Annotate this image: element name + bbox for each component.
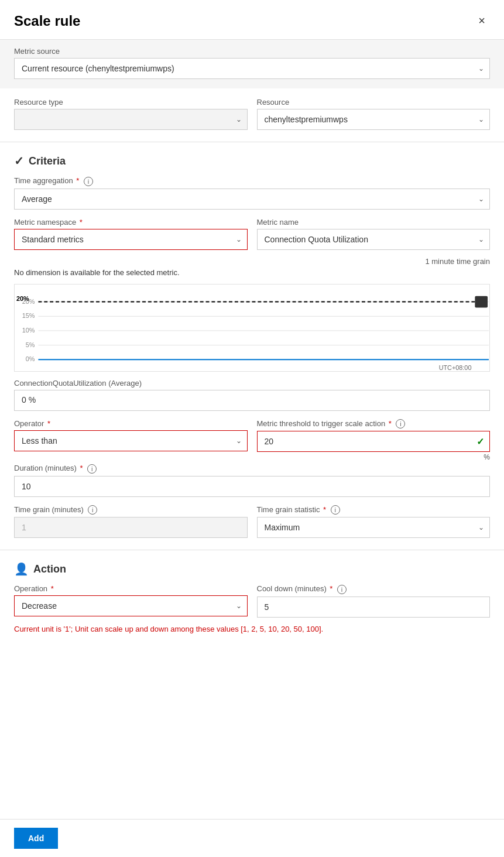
- metric-value-group: ConnectionQuotaUtilization (Average) 0 %: [14, 379, 490, 411]
- duration-input[interactable]: [14, 476, 490, 497]
- resource-type-label: Resource type: [14, 98, 248, 107]
- time-grain-note: 1 minute time grain: [14, 257, 490, 266]
- svg-text:15%: 15%: [22, 312, 35, 319]
- svg-rect-13: [475, 296, 488, 307]
- cool-down-info-icon[interactable]: i: [337, 585, 347, 594]
- resource-label: Resource: [257, 98, 491, 107]
- time-grain-row: Time grain (minutes) i Time grain statis…: [14, 505, 490, 539]
- metric-namespace-required: *: [80, 218, 83, 227]
- time-aggregation-info-icon[interactable]: i: [84, 177, 93, 186]
- duration-group: Duration (minutes) * i: [14, 464, 490, 497]
- time-aggregation-select[interactable]: Average: [14, 188, 490, 210]
- add-button[interactable]: Add: [14, 828, 58, 849]
- action-icon: 👤: [14, 562, 29, 576]
- action-title: Action: [33, 563, 66, 575]
- svg-text:5%: 5%: [26, 341, 35, 348]
- resource-group: Resource chenyltestpremiumwps ⌄: [257, 98, 491, 130]
- time-grain-minutes-group: Time grain (minutes) i: [14, 505, 248, 539]
- metric-source-select[interactable]: Current resource (chenyltestpremiumwps): [14, 58, 490, 79]
- operator-label: Operator *: [14, 419, 248, 428]
- resource-type-select[interactable]: [14, 109, 248, 130]
- metric-source-section: Metric source Current resource (chenylte…: [0, 40, 504, 88]
- action-info-text: Current unit is '1'; Unit can scale up a…: [14, 625, 490, 633]
- cool-down-label: Cool down (minutes) * i: [257, 584, 491, 594]
- operation-select-wrapper: Decrease ⌄: [14, 595, 248, 616]
- threshold-checkmark-icon: ✓: [476, 436, 484, 447]
- resource-type-select-wrapper: ⌄: [14, 109, 248, 130]
- time-grain-info-icon[interactable]: i: [88, 505, 97, 515]
- time-aggregation-select-wrapper: Average ⌄: [14, 188, 490, 210]
- metric-value-label: ConnectionQuotaUtilization (Average): [14, 379, 490, 388]
- operator-select-wrapper: Less than ⌄: [14, 430, 248, 451]
- time-grain-statistic-group: Time grain statistic * i Maximum ⌄: [257, 505, 491, 539]
- svg-text:10%: 10%: [22, 326, 35, 333]
- threshold-group: Metric threshold to trigger scale action…: [257, 419, 491, 462]
- action-row: Operation * Decrease ⌄ Cool down (minute…: [14, 584, 490, 618]
- chart-svg: 20% 15% 10% 5% 0% 20% UTC+08:00: [15, 284, 489, 371]
- scale-rule-panel: Scale rule × Metric source Current resou…: [0, 0, 504, 857]
- time-grain-statistic-required: *: [323, 505, 326, 514]
- time-aggregation-required: *: [76, 176, 79, 185]
- duration-required: *: [80, 464, 83, 472]
- operation-group: Operation * Decrease ⌄: [14, 584, 248, 618]
- action-header: 👤 Action: [14, 562, 490, 576]
- cool-down-input[interactable]: [257, 597, 491, 618]
- operator-group: Operator * Less than ⌄: [14, 419, 248, 462]
- metric-row: Metric namespace * Standard metrics ⌄ Me…: [14, 218, 490, 250]
- time-grain-minutes-input: [14, 517, 248, 538]
- action-section: 👤 Action Operation * Decrease ⌄ Cool dow…: [0, 550, 504, 640]
- svg-text:0%: 0%: [26, 355, 35, 362]
- threshold-input[interactable]: [257, 431, 491, 452]
- threshold-info-icon[interactable]: i: [396, 419, 405, 428]
- metric-namespace-select[interactable]: Standard metrics: [14, 229, 248, 250]
- metric-name-group: Metric name Connection Quota Utilization…: [257, 218, 491, 250]
- panel-title: Scale rule: [14, 13, 80, 29]
- time-aggregation-label: Time aggregation * i: [14, 176, 490, 186]
- threshold-unit: %: [257, 453, 491, 461]
- panel-header: Scale rule ×: [0, 0, 504, 40]
- operation-label: Operation *: [14, 584, 248, 593]
- metric-source-label: Metric source: [14, 47, 490, 56]
- resource-select-wrapper: chenyltestpremiumwps ⌄: [257, 109, 491, 130]
- metric-namespace-group: Metric namespace * Standard metrics ⌄: [14, 218, 248, 250]
- operation-required: *: [51, 584, 54, 593]
- resource-type-group: Resource type ⌄: [14, 98, 248, 130]
- svg-text:20%: 20%: [16, 294, 29, 301]
- time-grain-statistic-select-wrapper: Maximum ⌄: [257, 517, 491, 538]
- resource-section: Resource type ⌄ Resource chenyltestpremi…: [0, 91, 504, 142]
- time-grain-statistic-select[interactable]: Maximum: [257, 517, 491, 538]
- metric-source-select-wrapper: Current resource (chenyltestpremiumwps) …: [14, 58, 490, 79]
- metric-namespace-select-wrapper: Standard metrics ⌄: [14, 229, 248, 250]
- threshold-required: *: [389, 419, 392, 428]
- resource-select[interactable]: chenyltestpremiumwps: [257, 109, 491, 130]
- criteria-header: ✓ Criteria: [14, 154, 490, 168]
- panel-footer: Add: [0, 819, 504, 857]
- duration-label: Duration (minutes) * i: [14, 464, 490, 474]
- resource-row: Resource type ⌄ Resource chenyltestpremi…: [14, 98, 490, 130]
- duration-info-icon[interactable]: i: [87, 464, 97, 474]
- operator-threshold-row: Operator * Less than ⌄ Metric threshold …: [14, 419, 490, 462]
- time-grain-minutes-label: Time grain (minutes) i: [14, 505, 248, 515]
- time-grain-statistic-label: Time grain statistic * i: [257, 505, 491, 515]
- svg-text:UTC+08:00: UTC+08:00: [439, 364, 472, 371]
- metric-name-select[interactable]: Connection Quota Utilization: [257, 229, 491, 250]
- criteria-icon: ✓: [14, 154, 24, 168]
- close-button[interactable]: ×: [474, 12, 490, 30]
- threshold-label: Metric threshold to trigger scale action…: [257, 419, 491, 429]
- dimension-note: No dimension is available for the select…: [14, 268, 490, 277]
- metric-chart: 20% 15% 10% 5% 0% 20% UTC+08:00: [14, 284, 490, 372]
- metric-name-label: Metric name: [257, 218, 491, 227]
- metric-namespace-label: Metric namespace *: [14, 218, 248, 227]
- operator-required: *: [47, 419, 50, 428]
- metric-name-select-wrapper: Connection Quota Utilization ⌄: [257, 229, 491, 250]
- threshold-input-wrapper: ✓: [257, 431, 491, 452]
- operation-select[interactable]: Decrease: [14, 595, 248, 616]
- time-grain-statistic-info-icon[interactable]: i: [331, 505, 340, 515]
- cool-down-required: *: [330, 584, 332, 593]
- criteria-section: ✓ Criteria Time aggregation * i Average …: [0, 142, 504, 550]
- operator-select[interactable]: Less than: [14, 430, 248, 451]
- time-aggregation-group: Time aggregation * i Average ⌄: [14, 176, 490, 210]
- cool-down-group: Cool down (minutes) * i: [257, 584, 491, 618]
- metric-value-display: 0 %: [14, 390, 490, 411]
- criteria-title: Criteria: [29, 155, 66, 167]
